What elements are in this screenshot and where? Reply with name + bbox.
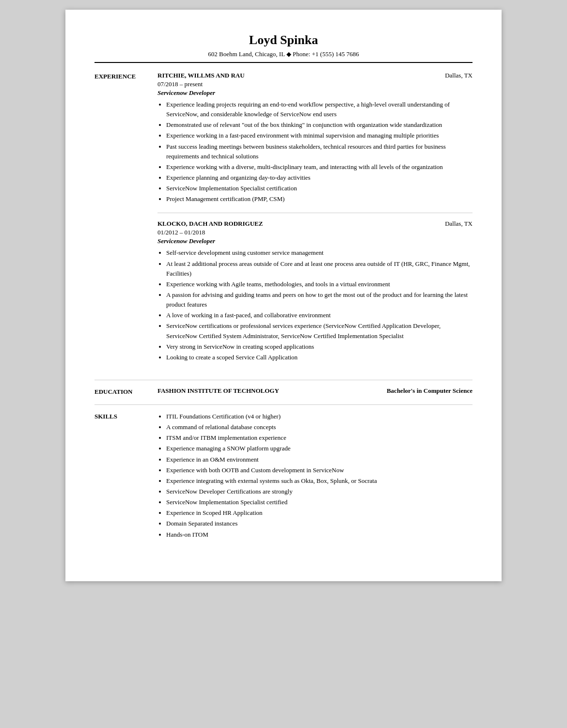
list-item: A love of working in a fast-paced, and c… bbox=[166, 310, 472, 320]
list-item: Experience working in a fast-paced envir… bbox=[166, 131, 472, 140]
list-item: Past success leading meetings between bu… bbox=[166, 142, 472, 161]
job-1-dates: 07/2018 – present bbox=[158, 80, 472, 88]
job-2-dates: 01/2012 – 01/2018 bbox=[158, 229, 472, 236]
section-divider-education bbox=[94, 380, 472, 380]
list-item: Experience in Scoped HR Application bbox=[166, 508, 472, 518]
list-item: ServiceNow Developer Certifications are … bbox=[166, 487, 472, 496]
list-item: Experience integrating with external sys… bbox=[166, 476, 472, 486]
list-item: A passion for advising and guiding teams… bbox=[166, 290, 472, 310]
list-item: At least 2 additional process areas outs… bbox=[166, 259, 472, 279]
job-2: KLOCKO, DACH AND RODRIGUEZ Dallas, TX 01… bbox=[158, 220, 472, 362]
experience-section: EXPERIENCE RITCHIE, WILLMS AND RAU Dalla… bbox=[94, 72, 472, 371]
list-item: Self-service development using customer … bbox=[166, 248, 472, 258]
skills-bullets: ITIL Foundations Certification (v4 or hi… bbox=[158, 412, 472, 540]
job-1: RITCHIE, WILLMS AND RAU Dallas, TX 07/20… bbox=[158, 72, 472, 204]
experience-content: RITCHIE, WILLMS AND RAU Dallas, TX 07/20… bbox=[158, 72, 472, 371]
list-item: A command of relational database concept… bbox=[166, 422, 472, 432]
education-school: FASHION INSTITUTE OF TECHNOLOGY bbox=[158, 387, 279, 395]
job-1-title: Servicenow Developer bbox=[158, 89, 472, 97]
list-item: Project Management certification (PMP, C… bbox=[166, 194, 472, 204]
skills-label: SKILLS bbox=[94, 412, 158, 541]
list-item: Experience working with Agile teams, met… bbox=[166, 279, 472, 289]
list-item: ServiceNow certifications or professiona… bbox=[166, 321, 472, 341]
candidate-name: Loyd Spinka bbox=[94, 33, 472, 47]
contact-info: 602 Boehm Land, Chicago, IL ◆ Phone: +1 … bbox=[94, 50, 472, 58]
job-2-title: Servicenow Developer bbox=[158, 237, 472, 245]
list-item: Experience in an O&M environment bbox=[166, 455, 472, 465]
list-item: Domain Separated instances bbox=[166, 519, 472, 528]
skills-section: SKILLS ITIL Foundations Certification (v… bbox=[94, 412, 472, 541]
list-item: Experience with both OOTB and Custom dev… bbox=[166, 465, 472, 475]
list-item: ServiceNow Implementation Specialist cer… bbox=[166, 497, 472, 507]
list-item: Experience managing a SNOW platform upgr… bbox=[166, 444, 472, 453]
job-1-bullets: Experience leading projects requiring an… bbox=[158, 100, 472, 204]
list-item: ITSM and/or ITBM implementation experien… bbox=[166, 433, 472, 443]
experience-label: EXPERIENCE bbox=[94, 72, 158, 371]
education-content: FASHION INSTITUTE OF TECHNOLOGY Bachelor… bbox=[158, 387, 472, 396]
education-section: EDUCATION FASHION INSTITUTE OF TECHNOLOG… bbox=[94, 387, 472, 396]
job-2-bullets: Self-service development using customer … bbox=[158, 248, 472, 362]
job-1-header: RITCHIE, WILLMS AND RAU Dallas, TX bbox=[158, 72, 472, 79]
education-label: EDUCATION bbox=[94, 387, 158, 396]
job-2-company: KLOCKO, DACH AND RODRIGUEZ bbox=[158, 220, 263, 228]
list-item: ITIL Foundations Certification (v4 or hi… bbox=[166, 412, 472, 421]
list-item: Experience leading projects requiring an… bbox=[166, 100, 472, 119]
list-item: Experience working with a diverse, multi… bbox=[166, 162, 472, 172]
education-degree: Bachelor's in Computer Science bbox=[387, 387, 472, 395]
resume-header: Loyd Spinka 602 Boehm Land, Chicago, IL … bbox=[94, 33, 472, 63]
job-1-company: RITCHIE, WILLMS AND RAU bbox=[158, 72, 245, 79]
resume-page: Loyd Spinka 602 Boehm Land, Chicago, IL … bbox=[65, 10, 502, 581]
list-item: Looking to create a scoped Service Call … bbox=[166, 353, 472, 362]
skills-content: ITIL Foundations Certification (v4 or hi… bbox=[158, 412, 472, 541]
header-divider bbox=[94, 62, 472, 63]
list-item: Demonstrated use of relevant "out of the… bbox=[166, 120, 472, 130]
education-header: FASHION INSTITUTE OF TECHNOLOGY Bachelor… bbox=[158, 387, 472, 395]
job-divider-1 bbox=[158, 213, 472, 213]
job-2-location: Dallas, TX bbox=[445, 220, 472, 228]
job-2-header: KLOCKO, DACH AND RODRIGUEZ Dallas, TX bbox=[158, 220, 472, 228]
list-item: ServiceNow Implementation Specialist cer… bbox=[166, 184, 472, 193]
list-item: Very strong in ServiceNow in creating sc… bbox=[166, 342, 472, 352]
list-item: Experience planning and organizing day-t… bbox=[166, 173, 472, 183]
list-item: Hands-on ITOM bbox=[166, 530, 472, 540]
job-1-location: Dallas, TX bbox=[445, 72, 472, 79]
section-divider-skills bbox=[94, 404, 472, 405]
